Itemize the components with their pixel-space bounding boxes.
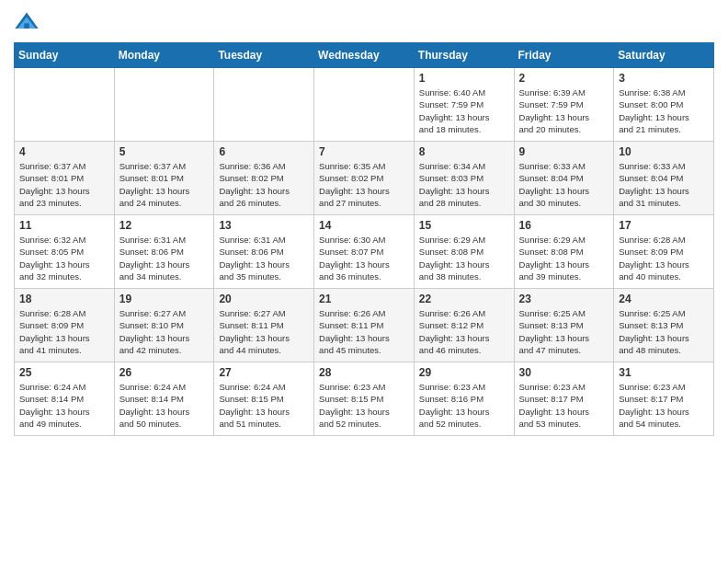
day-info: Sunrise: 6:29 AM Sunset: 8:08 PM Dayligh… xyxy=(519,234,609,282)
day-cell: 11Sunrise: 6:32 AM Sunset: 8:05 PM Dayli… xyxy=(15,215,115,289)
day-info: Sunrise: 6:31 AM Sunset: 8:06 PM Dayligh… xyxy=(219,234,309,282)
day-number: 19 xyxy=(119,293,210,305)
day-info: Sunrise: 6:24 AM Sunset: 8:14 PM Dayligh… xyxy=(119,381,210,430)
day-info: Sunrise: 6:37 AM Sunset: 8:01 PM Dayligh… xyxy=(119,160,210,209)
day-cell: 29Sunrise: 6:23 AM Sunset: 8:16 PM Dayli… xyxy=(414,362,514,436)
day-info: Sunrise: 6:33 AM Sunset: 8:04 PM Dayligh… xyxy=(519,160,609,209)
day-number: 27 xyxy=(219,366,309,379)
day-info: Sunrise: 6:32 AM Sunset: 8:05 PM Dayligh… xyxy=(19,234,109,282)
day-info: Sunrise: 6:29 AM Sunset: 8:08 PM Dayligh… xyxy=(419,234,509,282)
day-info: Sunrise: 6:24 AM Sunset: 8:14 PM Dayligh… xyxy=(19,381,109,430)
day-number: 22 xyxy=(419,293,509,305)
day-info: Sunrise: 6:35 AM Sunset: 8:02 PM Dayligh… xyxy=(319,160,409,209)
calendar-table: SundayMondayTuesdayWednesdayThursdayFrid… xyxy=(14,42,714,436)
day-cell: 25Sunrise: 6:24 AM Sunset: 8:14 PM Dayli… xyxy=(15,362,115,436)
day-info: Sunrise: 6:30 AM Sunset: 8:07 PM Dayligh… xyxy=(319,234,409,282)
header-cell-sunday: Sunday xyxy=(15,43,115,68)
day-cell: 24Sunrise: 6:25 AM Sunset: 8:13 PM Dayli… xyxy=(614,289,714,362)
day-cell: 23Sunrise: 6:25 AM Sunset: 8:13 PM Dayli… xyxy=(514,289,614,362)
logo xyxy=(14,9,43,35)
day-number: 30 xyxy=(519,366,609,379)
day-number: 12 xyxy=(119,219,210,232)
header-cell-friday: Friday xyxy=(514,43,614,68)
day-number: 18 xyxy=(19,293,109,305)
day-number: 20 xyxy=(219,293,309,305)
day-info: Sunrise: 6:38 AM Sunset: 8:00 PM Dayligh… xyxy=(619,86,709,135)
day-info: Sunrise: 6:26 AM Sunset: 8:11 PM Dayligh… xyxy=(319,307,409,356)
day-cell: 19Sunrise: 6:27 AM Sunset: 8:10 PM Dayli… xyxy=(114,289,214,362)
day-cell: 6Sunrise: 6:36 AM Sunset: 8:02 PM Daylig… xyxy=(214,142,314,215)
day-info: Sunrise: 6:25 AM Sunset: 8:13 PM Dayligh… xyxy=(619,307,709,356)
day-number: 4 xyxy=(19,145,109,158)
day-number: 29 xyxy=(419,366,509,379)
day-number: 17 xyxy=(619,219,709,232)
week-row-0: 1Sunrise: 6:40 AM Sunset: 7:59 PM Daylig… xyxy=(15,68,714,142)
day-cell: 12Sunrise: 6:31 AM Sunset: 8:06 PM Dayli… xyxy=(114,215,214,289)
header-cell-saturday: Saturday xyxy=(614,43,714,68)
day-number: 16 xyxy=(519,219,609,232)
day-number: 11 xyxy=(19,219,109,232)
day-number: 15 xyxy=(419,219,509,232)
day-number: 3 xyxy=(619,72,709,85)
day-cell xyxy=(314,68,415,142)
day-info: Sunrise: 6:26 AM Sunset: 8:12 PM Dayligh… xyxy=(419,307,509,356)
day-cell: 16Sunrise: 6:29 AM Sunset: 8:08 PM Dayli… xyxy=(514,215,614,289)
day-number: 5 xyxy=(119,145,210,158)
day-info: Sunrise: 6:28 AM Sunset: 8:09 PM Dayligh… xyxy=(619,234,709,282)
day-number: 21 xyxy=(319,293,409,305)
day-cell: 22Sunrise: 6:26 AM Sunset: 8:12 PM Dayli… xyxy=(414,289,514,362)
day-cell: 21Sunrise: 6:26 AM Sunset: 8:11 PM Dayli… xyxy=(314,289,415,362)
day-number: 26 xyxy=(119,366,210,379)
day-info: Sunrise: 6:34 AM Sunset: 8:03 PM Dayligh… xyxy=(419,160,509,209)
day-number: 1 xyxy=(419,72,509,85)
day-info: Sunrise: 6:23 AM Sunset: 8:16 PM Dayligh… xyxy=(419,381,509,430)
day-cell: 31Sunrise: 6:23 AM Sunset: 8:17 PM Dayli… xyxy=(614,362,714,436)
day-number: 23 xyxy=(519,293,609,305)
day-cell: 28Sunrise: 6:23 AM Sunset: 8:15 PM Dayli… xyxy=(314,362,415,436)
day-number: 25 xyxy=(19,366,109,379)
header-cell-monday: Monday xyxy=(114,43,214,68)
day-cell: 27Sunrise: 6:24 AM Sunset: 8:15 PM Dayli… xyxy=(214,362,314,436)
week-row-4: 25Sunrise: 6:24 AM Sunset: 8:14 PM Dayli… xyxy=(15,362,714,436)
day-info: Sunrise: 6:40 AM Sunset: 7:59 PM Dayligh… xyxy=(419,86,509,135)
day-number: 13 xyxy=(219,219,309,232)
day-info: Sunrise: 6:25 AM Sunset: 8:13 PM Dayligh… xyxy=(519,307,609,356)
day-cell: 13Sunrise: 6:31 AM Sunset: 8:06 PM Dayli… xyxy=(214,215,314,289)
day-number: 7 xyxy=(319,145,409,158)
calendar-header: SundayMondayTuesdayWednesdayThursdayFrid… xyxy=(15,43,714,68)
day-cell: 9Sunrise: 6:33 AM Sunset: 8:04 PM Daylig… xyxy=(514,142,614,215)
logo-icon xyxy=(14,9,40,35)
day-info: Sunrise: 6:37 AM Sunset: 8:01 PM Dayligh… xyxy=(19,160,109,209)
day-cell: 10Sunrise: 6:33 AM Sunset: 8:04 PM Dayli… xyxy=(614,142,714,215)
day-number: 9 xyxy=(519,145,609,158)
day-cell: 5Sunrise: 6:37 AM Sunset: 8:01 PM Daylig… xyxy=(114,142,214,215)
day-number: 28 xyxy=(319,366,409,379)
header xyxy=(14,9,714,35)
day-cell: 8Sunrise: 6:34 AM Sunset: 8:03 PM Daylig… xyxy=(414,142,514,215)
header-row: SundayMondayTuesdayWednesdayThursdayFrid… xyxy=(15,43,714,68)
day-cell xyxy=(15,68,115,142)
day-cell: 30Sunrise: 6:23 AM Sunset: 8:17 PM Dayli… xyxy=(514,362,614,436)
svg-rect-2 xyxy=(24,23,29,29)
day-number: 8 xyxy=(419,145,509,158)
day-number: 2 xyxy=(519,72,609,85)
week-row-2: 11Sunrise: 6:32 AM Sunset: 8:05 PM Dayli… xyxy=(15,215,714,289)
day-info: Sunrise: 6:28 AM Sunset: 8:09 PM Dayligh… xyxy=(19,307,109,356)
week-row-3: 18Sunrise: 6:28 AM Sunset: 8:09 PM Dayli… xyxy=(15,289,714,362)
day-cell: 1Sunrise: 6:40 AM Sunset: 7:59 PM Daylig… xyxy=(414,68,514,142)
day-number: 6 xyxy=(219,145,309,158)
day-number: 10 xyxy=(619,145,709,158)
day-number: 24 xyxy=(619,293,709,305)
day-cell: 18Sunrise: 6:28 AM Sunset: 8:09 PM Dayli… xyxy=(15,289,115,362)
day-cell: 4Sunrise: 6:37 AM Sunset: 8:01 PM Daylig… xyxy=(15,142,115,215)
day-info: Sunrise: 6:36 AM Sunset: 8:02 PM Dayligh… xyxy=(219,160,309,209)
calendar-container: SundayMondayTuesdayWednesdayThursdayFrid… xyxy=(0,0,728,445)
day-cell: 7Sunrise: 6:35 AM Sunset: 8:02 PM Daylig… xyxy=(314,142,415,215)
day-cell: 17Sunrise: 6:28 AM Sunset: 8:09 PM Dayli… xyxy=(614,215,714,289)
day-cell: 26Sunrise: 6:24 AM Sunset: 8:14 PM Dayli… xyxy=(114,362,214,436)
day-cell: 15Sunrise: 6:29 AM Sunset: 8:08 PM Dayli… xyxy=(414,215,514,289)
day-cell: 14Sunrise: 6:30 AM Sunset: 8:07 PM Dayli… xyxy=(314,215,415,289)
day-cell xyxy=(114,68,214,142)
header-cell-tuesday: Tuesday xyxy=(214,43,314,68)
day-info: Sunrise: 6:27 AM Sunset: 8:11 PM Dayligh… xyxy=(219,307,309,356)
